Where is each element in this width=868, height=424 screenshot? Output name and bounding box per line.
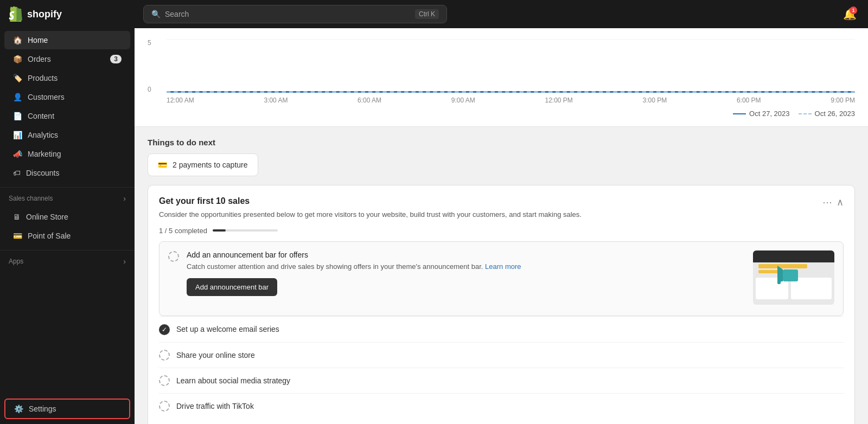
home-icon: 🏠 bbox=[13, 36, 22, 44]
sidebar-item-label: Online Store bbox=[26, 213, 68, 221]
x-label-7: 9:00 PM bbox=[831, 97, 855, 104]
task-item-announcement[interactable]: Add an announcement bar for offers Catch… bbox=[159, 241, 844, 316]
settings-icon: ⚙️ bbox=[14, 404, 23, 413]
sidebar-item-label: Home bbox=[28, 36, 48, 44]
legend-label: Oct 27, 2023 bbox=[749, 110, 789, 118]
x-label-1: 3:00 AM bbox=[264, 97, 288, 104]
more-options-icon[interactable]: ⋯ bbox=[822, 196, 832, 208]
discounts-icon: 🏷 bbox=[13, 169, 21, 177]
sidebar-item-label: Settings bbox=[29, 404, 56, 413]
sales-card-actions: ⋯ ∧ bbox=[822, 196, 844, 208]
legend-oct27: Oct 27, 2023 bbox=[733, 110, 789, 118]
task-checkbox-share bbox=[159, 350, 170, 361]
sidebar-item-label: Discounts bbox=[26, 169, 59, 177]
marketing-icon: 📣 bbox=[13, 150, 22, 158]
x-label-0: 12:00 AM bbox=[167, 97, 194, 104]
sidebar-item-content[interactable]: 📄 Content bbox=[4, 107, 130, 125]
svg-rect-9 bbox=[783, 269, 798, 281]
sidebar-item-products[interactable]: 🏷️ Products bbox=[4, 69, 130, 87]
chart-y-labels: 5 0 bbox=[148, 39, 164, 93]
svg-rect-11 bbox=[777, 278, 781, 284]
legend-oct26: Oct 26, 2023 bbox=[799, 110, 855, 118]
task-title: Set up a welcome email series bbox=[176, 325, 279, 333]
y-label-5: 5 bbox=[148, 39, 164, 47]
notification-button[interactable]: 🔔 1 bbox=[840, 4, 859, 24]
svg-rect-5 bbox=[758, 264, 807, 268]
task-title: Add an announcement bar for offers bbox=[187, 250, 745, 259]
shopify-logo[interactable]: shopify bbox=[9, 7, 62, 22]
task-title: Share your online store bbox=[176, 351, 255, 359]
logo-text: shopify bbox=[27, 9, 62, 20]
task-title: Drive traffic with TikTok bbox=[176, 402, 254, 410]
sidebar-item-home[interactable]: 🏠 Home bbox=[4, 31, 130, 49]
things-to-do-section: Things to do next 💳 2 payments to captur… bbox=[135, 127, 868, 176]
search-bar[interactable]: 🔍 Search Ctrl K bbox=[143, 5, 447, 23]
chevron-right-icon: › bbox=[123, 257, 126, 266]
add-announcement-bar-button[interactable]: Add announcement bar bbox=[187, 278, 277, 296]
sidebar-item-settings[interactable]: ⚙️ Settings bbox=[4, 399, 130, 419]
x-label-6: 6:00 PM bbox=[737, 97, 761, 104]
chart-x-labels: 12:00 AM 3:00 AM 6:00 AM 9:00 AM 12:00 P… bbox=[167, 97, 855, 104]
chart-card: 5 0 12:00 AM 3:00 AM bbox=[135, 28, 868, 127]
task-item-social-media[interactable]: Learn about social media strategy bbox=[159, 368, 844, 393]
svg-rect-4 bbox=[753, 259, 834, 262]
payments-capture-button[interactable]: 💳 2 payments to capture bbox=[148, 153, 258, 176]
legend-line-solid bbox=[733, 113, 746, 114]
sales-card-title: Get your first 10 sales bbox=[159, 196, 582, 206]
sidebar-item-analytics[interactable]: 📊 Analytics bbox=[4, 126, 130, 144]
sidebar-item-orders[interactable]: 📦 Orders 3 bbox=[4, 50, 130, 68]
task-item-share-store[interactable]: Share your online store bbox=[159, 342, 844, 368]
notification-badge: 1 bbox=[850, 7, 857, 14]
products-icon: 🏷️ bbox=[13, 74, 22, 82]
sidebar-item-label: Analytics bbox=[28, 131, 58, 139]
pos-icon: 💳 bbox=[13, 232, 22, 240]
sidebar-item-online-store[interactable]: 🖥 Online Store bbox=[4, 208, 130, 226]
chart-area: 5 0 12:00 AM 3:00 AM bbox=[148, 39, 855, 104]
task-item-tiktok[interactable]: Drive traffic with TikTok bbox=[159, 393, 844, 419]
search-placeholder: Search bbox=[165, 10, 189, 18]
sidebar-bottom: ⚙️ Settings bbox=[0, 394, 135, 424]
sidebar-item-label: Marketing bbox=[28, 150, 61, 158]
sales-card-description: Consider the opportunities presented bel… bbox=[159, 209, 582, 220]
sidebar-item-discounts[interactable]: 🏷 Discounts bbox=[4, 164, 130, 182]
payments-icon: 💳 bbox=[158, 160, 167, 169]
orders-badge: 3 bbox=[110, 55, 122, 63]
sales-card-title-area: Get your first 10 sales Consider the opp… bbox=[159, 196, 582, 220]
legend-label: Oct 26, 2023 bbox=[815, 110, 855, 118]
section-title: Things to do next bbox=[148, 138, 855, 147]
task-checkbox-announcement bbox=[168, 251, 179, 262]
payments-btn-label: 2 payments to capture bbox=[173, 160, 248, 169]
task-title: Learn about social media strategy bbox=[176, 376, 290, 385]
sidebar-item-point-of-sale[interactable]: 💳 Point of Sale bbox=[4, 227, 130, 245]
analytics-icon: 📊 bbox=[13, 131, 22, 139]
sales-card: Get your first 10 sales Consider the opp… bbox=[148, 185, 855, 424]
x-label-4: 12:00 PM bbox=[545, 97, 572, 104]
chevron-right-icon: › bbox=[123, 194, 126, 203]
sidebar-item-marketing[interactable]: 📣 Marketing bbox=[4, 145, 130, 163]
sidebar: shopify 🏠 Home 📦 Orders 3 🏷️ Products 👤 … bbox=[0, 0, 135, 424]
topbar-right: 🔔 1 bbox=[840, 4, 859, 24]
sidebar-item-label: Point of Sale bbox=[28, 232, 71, 240]
x-label-2: 6:00 AM bbox=[358, 97, 381, 104]
sidebar-item-label: Customers bbox=[28, 93, 65, 101]
task-illustration bbox=[753, 250, 834, 307]
content-area: 5 0 12:00 AM 3:00 AM bbox=[135, 28, 868, 424]
search-shortcut: Ctrl K bbox=[415, 9, 439, 19]
legend-line-dashed bbox=[799, 113, 812, 114]
task-item-welcome-email[interactable]: ✓ Set up a welcome email series bbox=[159, 316, 844, 342]
collapse-icon[interactable]: ∧ bbox=[837, 196, 844, 208]
sales-channels-section: 🖥 Online Store 💳 Point of Sale bbox=[0, 205, 135, 248]
chart-svg bbox=[167, 39, 855, 93]
sales-card-header: Get your first 10 sales Consider the opp… bbox=[159, 196, 844, 220]
y-label-0: 0 bbox=[148, 86, 164, 93]
chart-legend: Oct 27, 2023 Oct 26, 2023 bbox=[148, 110, 855, 118]
progress-text: 1 / 5 completed bbox=[159, 227, 207, 235]
sidebar-item-label: Products bbox=[28, 74, 58, 82]
customers-icon: 👤 bbox=[13, 93, 22, 101]
learn-more-link[interactable]: Learn more bbox=[485, 262, 521, 271]
x-label-5: 3:00 PM bbox=[643, 97, 667, 104]
sales-channels-section-label: Sales channels › bbox=[0, 190, 135, 205]
content-icon: 📄 bbox=[13, 112, 22, 120]
chart-plot bbox=[167, 39, 855, 93]
sidebar-item-customers[interactable]: 👤 Customers bbox=[4, 88, 130, 106]
